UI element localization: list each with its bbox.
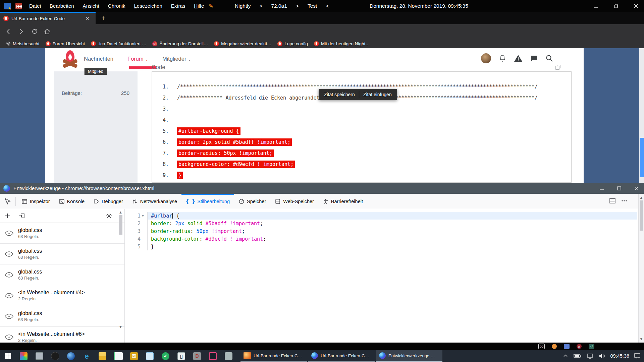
- taskbar-app-notepad[interactable]: [110, 350, 126, 362]
- tab-close-icon[interactable]: ✕: [85, 15, 90, 21]
- tab-debugger[interactable]: Debugger: [89, 194, 127, 209]
- quote-save-button[interactable]: Zitat speichern: [320, 92, 359, 97]
- editor-line[interactable]: 2 border: 2px solid #5badff !important;: [125, 220, 637, 227]
- taskbar-app-notes[interactable]: [142, 350, 158, 362]
- tab-netzwerkanalyse[interactable]: Netzwerkanalyse: [127, 194, 181, 209]
- bookmark-ico-datei[interactable]: .ico-Datei funktioniert …: [89, 40, 149, 48]
- styleeditor-source-editor[interactable]: 1▼ #urlbar { 2 border: 2px solid #5badff…: [125, 209, 637, 343]
- taskbar-window-urlbar-1[interactable]: Url-Bar runde Ecken-C…: [240, 350, 307, 362]
- import-stylesheet-icon[interactable]: [18, 212, 25, 220]
- taskbar-window-urlbar-2[interactable]: Url-Bar runde Ecken-C…: [308, 350, 375, 362]
- visibility-eye-icon[interactable]: [5, 334, 13, 340]
- copy-code-icon[interactable]: [555, 64, 561, 70]
- tab-speicher[interactable]: Speicher: [234, 194, 270, 209]
- nav-forum[interactable]: Forum⌄: [127, 56, 148, 62]
- taskbar-app-camera[interactable]: [221, 350, 236, 362]
- scrollbar-thumb[interactable]: [640, 200, 643, 231]
- nav-nachrichten[interactable]: Nachrichten: [84, 56, 113, 62]
- bell-icon[interactable]: [498, 54, 506, 62]
- stylesheet-item[interactable]: <in Webseite...okument #4>2 Regeln.: [0, 285, 124, 306]
- taskbar-app-d-tool[interactable]: D: [189, 350, 205, 362]
- fold-arrow-icon[interactable]: ▼: [142, 214, 145, 218]
- taskbar-window-devtools[interactable]: Entwicklerwerkzeuge …: [376, 350, 442, 362]
- visibility-eye-icon[interactable]: [5, 251, 13, 257]
- scroll-down-arrow[interactable]: ▼: [118, 324, 123, 329]
- menu-chronik[interactable]: Chronik: [104, 0, 130, 12]
- editor-line[interactable]: 1▼ #urlbar {: [125, 212, 637, 220]
- options-gear-icon[interactable]: [106, 213, 112, 219]
- taskbar-app-antivirus[interactable]: ✓: [158, 350, 173, 362]
- visibility-eye-icon[interactable]: [5, 293, 13, 299]
- devtools-titlebar[interactable]: Entwicklerwerkzeuge - chrome://browser/c…: [0, 183, 644, 194]
- nav-mitglieder[interactable]: Mitglieder⌄: [162, 56, 191, 62]
- editor-line[interactable]: 4 background-color: #d9ecfd ! important;: [125, 235, 637, 243]
- table-grid-icon[interactable]: [15, 3, 22, 9]
- stylesheet-item[interactable]: global.css63 Regeln.: [0, 244, 124, 264]
- page-scrollbar-thumb[interactable]: [640, 138, 644, 177]
- menu-bearbeiten[interactable]: Bearbeiten: [45, 0, 78, 12]
- scroll-up-arrow[interactable]: ▲: [639, 194, 644, 200]
- bookmark-megabar[interactable]: Megabar wieder deakti…: [212, 40, 274, 48]
- taskbar-app-dark-circle[interactable]: [47, 350, 63, 362]
- devtools-scrollbar[interactable]: ▲ ▼: [638, 194, 644, 343]
- session-manager-icon[interactable]: [4, 3, 11, 9]
- network-icon[interactable]: [586, 353, 594, 359]
- taskbar-app-edge[interactable]: e: [79, 350, 95, 362]
- tray-chevron-icon[interactable]: [563, 353, 568, 359]
- action-center-icon[interactable]: [634, 353, 641, 359]
- window-restore-button[interactable]: [613, 3, 619, 9]
- taskbar-app-cards[interactable]: ▯: [173, 350, 189, 362]
- window-close-button[interactable]: [633, 3, 639, 9]
- tab-stilbearbeitung[interactable]: { } Stilbearbeitung: [181, 194, 234, 209]
- tab-web-speicher[interactable]: Web-Speicher: [270, 194, 318, 209]
- menu-ansicht[interactable]: Ansicht: [78, 0, 104, 12]
- reload-button[interactable]: [31, 28, 38, 35]
- menu-lesezeichen[interactable]: Lesezeichen: [130, 0, 167, 12]
- taskbar-app-red-monitor[interactable]: [205, 350, 221, 362]
- search-icon[interactable]: [545, 54, 553, 62]
- bookmark-aenderung[interactable]: sh Änderung der Darstell…: [150, 40, 210, 48]
- bookmark-meistbesucht[interactable]: Meistbesucht: [3, 40, 42, 48]
- quote-insert-button[interactable]: Zitat einfügen: [359, 92, 396, 97]
- stylesheet-item[interactable]: global.css63 Regeln.: [0, 306, 124, 327]
- menu-hilfe[interactable]: Hilfe: [190, 0, 208, 12]
- menu-extras[interactable]: Extras: [167, 0, 190, 12]
- volume-icon[interactable]: [598, 353, 606, 359]
- visibility-eye-icon[interactable]: [5, 313, 13, 319]
- devtools-maximize-button[interactable]: [616, 186, 622, 191]
- stylesheet-item[interactable]: global.css63 Regeln.: [0, 264, 124, 285]
- start-button[interactable]: [0, 350, 16, 362]
- page-scrollbar[interactable]: [639, 48, 644, 183]
- menu-datei[interactable]: Datei: [25, 0, 45, 12]
- pencil-icon[interactable]: ✎: [208, 2, 213, 10]
- home-button[interactable]: [44, 28, 51, 35]
- tab-inspektor[interactable]: Inspektor: [17, 194, 54, 209]
- battery-icon[interactable]: [573, 353, 582, 359]
- tab-active[interactable]: Url-Bar runde Ecken-Code ✕: [0, 12, 96, 24]
- bookmark-lupe-config[interactable]: Lupe config: [275, 40, 310, 48]
- warning-triangle-icon[interactable]: [514, 54, 523, 62]
- window-minimize-button[interactable]: [593, 3, 598, 9]
- campfire-logo[interactable]: [60, 50, 80, 71]
- scroll-down-arrow[interactable]: ▼: [639, 337, 644, 341]
- taskbar-app-monitor[interactable]: [32, 350, 47, 362]
- bookmark-nightly[interactable]: Mit der heutigen Night…: [312, 40, 372, 48]
- scroll-up-arrow[interactable]: ▲: [118, 210, 123, 215]
- split-console-icon[interactable]: [609, 197, 616, 204]
- taskbar-app-colorful[interactable]: [16, 350, 32, 362]
- back-button[interactable]: [5, 28, 12, 35]
- devtools-close-button[interactable]: [634, 186, 639, 191]
- editor-line[interactable]: 3 border-radius: 50px !important;: [125, 227, 637, 235]
- taskbar-app-thunderbird[interactable]: [63, 350, 79, 362]
- new-stylesheet-icon[interactable]: [4, 213, 11, 219]
- taskbar-clock[interactable]: 09:45:36: [610, 353, 629, 359]
- sheet-list-scrollbar[interactable]: ▲ ▼: [118, 210, 123, 329]
- meatball-menu-icon[interactable]: [621, 200, 627, 202]
- chat-bubble-icon[interactable]: [530, 54, 538, 62]
- visibility-eye-icon[interactable]: [5, 272, 13, 278]
- tab-konsole[interactable]: Konsole: [54, 194, 89, 209]
- bookmark-foren-uebersicht[interactable]: Foren-Übersicht: [43, 40, 88, 48]
- code-listing[interactable]: 1./*************************************…: [152, 71, 572, 183]
- visibility-eye-icon[interactable]: [5, 230, 13, 236]
- editor-line[interactable]: 5 }: [125, 243, 637, 250]
